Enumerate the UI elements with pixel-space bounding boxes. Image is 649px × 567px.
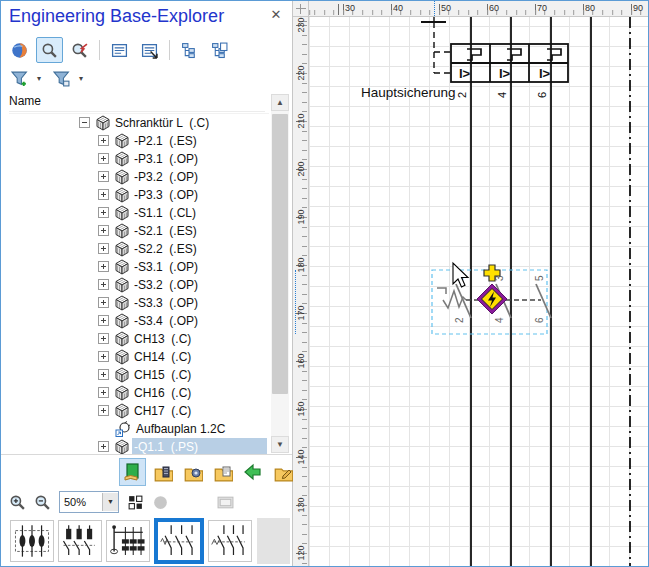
cursor-guide-line <box>434 1 436 16</box>
panel-title: Engineering Base-Explorer <box>9 6 224 27</box>
cube-icon <box>114 151 130 167</box>
chevron-down-icon[interactable]: ▾ <box>79 74 83 83</box>
zoom-level-value: 50% <box>60 496 102 508</box>
record-icon <box>152 494 169 511</box>
tree-column-header[interactable]: Name <box>9 94 265 112</box>
cube-icon <box>114 133 130 149</box>
tree-item[interactable]: CH17 (.C) <box>9 402 269 420</box>
cube-icon <box>95 115 111 131</box>
horizontal-ruler: 30 40 50 60 70 80 90 <box>309 1 649 17</box>
expander-plus-icon[interactable] <box>98 207 109 218</box>
switch-contact <box>536 284 551 318</box>
panel-divider <box>1 454 292 455</box>
preview-image-icon <box>217 494 234 511</box>
close-icon[interactable]: ✕ <box>268 7 284 23</box>
drawing-canvas[interactable]: I> I> I> 2 4 6 Hauptsicherung 1 <box>309 17 649 567</box>
expander-plus-icon[interactable] <box>98 387 109 398</box>
chevron-down-icon[interactable]: ▼ <box>102 493 118 511</box>
tree-item[interactable]: -P3.2 (.OP) <box>9 168 269 186</box>
schematic-editor: 30 40 50 60 70 80 90 230 220 210 200 190… <box>293 1 649 567</box>
filter-add-icon[interactable] <box>6 65 33 91</box>
tree-item[interactable]: Schranktür L (.C) <box>9 114 269 132</box>
expander-plus-icon[interactable] <box>98 153 109 164</box>
tree-item[interactable]: -P3.3 (.OP) <box>9 186 269 204</box>
expander-plus-icon[interactable] <box>98 369 109 380</box>
symbol-thumbnail-1[interactable] <box>10 520 54 562</box>
zoom-out-icon[interactable] <box>34 494 51 511</box>
filter-save-icon[interactable] <box>48 65 75 91</box>
open-shortcut-icon[interactable] <box>136 37 163 63</box>
expander-plus-icon[interactable] <box>98 405 109 416</box>
tree-item[interactable]: -P3.1 (.OP) <box>9 150 269 168</box>
expander-plus-icon[interactable] <box>98 243 109 254</box>
symbol-thumbnail-4-selected[interactable] <box>154 518 204 564</box>
open-sheet-icon[interactable] <box>119 458 146 486</box>
mouse-cursor-icon <box>453 263 468 287</box>
application-window: Engineering Base-Explorer ✕ ▾ <box>0 0 649 567</box>
symbol-thumbnail-2[interactable] <box>58 520 102 562</box>
tree-item[interactable]: -S3.4 (.OP) <box>9 312 269 330</box>
folder-device-icon[interactable] <box>179 458 206 486</box>
tree-item[interactable]: -S1.1 (.CL) <box>9 204 269 222</box>
tree-item[interactable]: -S3.3 (.OP) <box>9 294 269 312</box>
scroll-down-icon[interactable]: ▼ <box>271 436 289 453</box>
cube-icon <box>114 223 130 239</box>
tree-item[interactable]: -P2.1 (.ES) <box>9 132 269 150</box>
tree-item[interactable]: Aufbauplan 1.2C <box>9 420 269 438</box>
pin-number: 4 <box>496 92 508 98</box>
zoom-selection-icon[interactable] <box>36 37 63 63</box>
symbol-thumbnail-5[interactable] <box>208 520 252 562</box>
expander-plus-icon[interactable] <box>98 315 109 326</box>
hierarchy-copy-icon[interactable] <box>206 37 233 63</box>
folder-edit-icon[interactable] <box>269 458 296 486</box>
tree-item[interactable]: CH14 (.C) <box>9 348 269 366</box>
expander-plus-icon[interactable] <box>98 189 109 200</box>
tree-item[interactable]: -S3.1 (.OP) <box>9 258 269 276</box>
explorer-panel: Engineering Base-Explorer ✕ ▾ <box>1 1 293 566</box>
scrollbar-thumb[interactable] <box>272 114 288 394</box>
expander-plus-icon[interactable] <box>98 171 109 182</box>
expander-plus-icon[interactable] <box>98 135 109 146</box>
expander-plus-icon[interactable] <box>98 441 109 452</box>
tree-item-selected[interactable]: -Q1.1 (.PS) <box>9 438 269 455</box>
drop-action-icon <box>477 284 507 314</box>
tree-item[interactable]: -S2.2 (.ES) <box>9 240 269 258</box>
pixel-grid-icon[interactable] <box>127 494 144 511</box>
back-arrow-icon[interactable] <box>239 458 266 486</box>
folder-sheet-icon[interactable] <box>149 458 176 486</box>
symbol-thumbnail-3[interactable] <box>106 520 150 562</box>
expander-plus-icon[interactable] <box>98 333 109 344</box>
tree-item[interactable]: -S2.1 (.ES) <box>9 222 269 240</box>
folder-document-icon[interactable] <box>209 458 236 486</box>
cube-icon <box>114 169 130 185</box>
details-icon[interactable] <box>106 37 133 63</box>
tree-item[interactable]: -S3.2 (.OP) <box>9 276 269 294</box>
tree-scrollbar[interactable]: ▲ ▼ <box>271 94 289 453</box>
expander-plus-icon[interactable] <box>98 297 109 308</box>
expander-plus-icon[interactable] <box>98 225 109 236</box>
expander-plus-icon[interactable] <box>98 351 109 362</box>
toolbar-separator <box>99 40 100 60</box>
world-icon[interactable] <box>6 37 33 63</box>
selection-guide-line <box>295 270 297 334</box>
cube-icon <box>114 259 130 275</box>
scroll-up-icon[interactable]: ▲ <box>271 94 289 111</box>
expander-plus-icon[interactable] <box>98 279 109 290</box>
expander-minus-icon[interactable] <box>79 117 90 128</box>
release-hook-symbol <box>507 49 521 60</box>
filter-toolbar: ▾ ▾ <box>6 65 87 91</box>
tree-item[interactable]: CH15 (.C) <box>9 366 269 384</box>
cube-icon <box>114 295 130 311</box>
cube-icon <box>114 403 130 419</box>
zoom-level-combobox[interactable]: 50% ▼ <box>59 491 119 513</box>
explorer-toolbar <box>6 37 233 63</box>
expander-plus-icon[interactable] <box>98 261 109 272</box>
cube-icon <box>114 367 130 383</box>
chevron-down-icon[interactable]: ▾ <box>37 74 41 83</box>
tree-item[interactable]: CH13 (.C) <box>9 330 269 348</box>
zoom-goto-icon[interactable] <box>66 37 93 63</box>
zoom-in-icon[interactable] <box>9 494 26 511</box>
hierarchy-icon[interactable] <box>176 37 203 63</box>
overcurrent-label: I> <box>539 66 551 81</box>
tree-item[interactable]: CH16 (.C) <box>9 384 269 402</box>
